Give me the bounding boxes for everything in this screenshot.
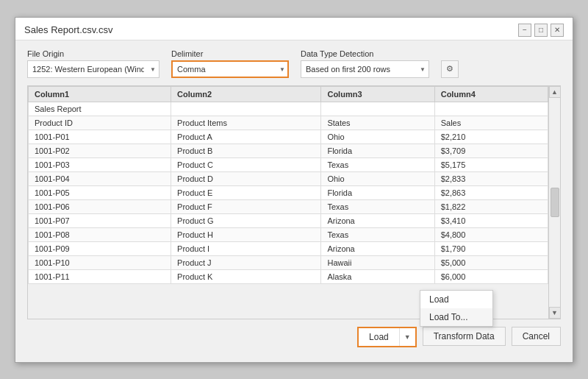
cell-r8-c2: Arizona bbox=[321, 213, 434, 227]
cell-r6-c3: $2,863 bbox=[434, 185, 548, 199]
table-row: 1001-P09Product IArizona$1,790 bbox=[29, 241, 548, 255]
table-body: Sales ReportProduct IDProduct ItemsState… bbox=[29, 102, 548, 283]
cell-r9-c1: Product H bbox=[171, 227, 321, 241]
delimiter-select[interactable]: Comma bbox=[171, 60, 289, 78]
cell-r2-c2: Ohio bbox=[321, 130, 434, 144]
content-area: File Origin 1252: Western European (Wind… bbox=[15, 40, 573, 362]
cell-r11-c3: $5,000 bbox=[434, 255, 548, 269]
cell-r10-c3: $1,790 bbox=[434, 241, 548, 255]
cell-r1-c0: Product ID bbox=[29, 116, 171, 130]
table-header: Column1 Column2 Column3 Column4 bbox=[29, 86, 548, 102]
vertical-scrollbar[interactable]: ▲ ▼ bbox=[548, 86, 560, 319]
cell-r11-c1: Product J bbox=[171, 255, 321, 269]
cell-r12-c3: $6,000 bbox=[434, 269, 548, 283]
file-origin-select[interactable]: 1252: Western European (Windows) bbox=[27, 60, 159, 78]
cell-r3-c0: 1001-P02 bbox=[29, 144, 171, 157]
dropdown-load-item[interactable]: Load bbox=[420, 291, 492, 308]
data-type-select[interactable]: Based on first 200 rows bbox=[301, 60, 429, 78]
cell-r7-c2: Texas bbox=[321, 199, 434, 213]
header-row: Column1 Column2 Column3 Column4 bbox=[29, 86, 548, 102]
table-row: 1001-P07Product GArizona$3,410 bbox=[29, 213, 548, 227]
cell-r10-c1: Product I bbox=[171, 241, 321, 255]
cell-r6-c1: Product E bbox=[171, 185, 321, 199]
load-button[interactable]: Load bbox=[359, 328, 400, 346]
cell-r8-c3: $3,410 bbox=[434, 213, 548, 227]
load-dropdown-menu: Load Load To... bbox=[420, 290, 493, 327]
load-dropdown-arrow[interactable]: ▼ bbox=[400, 328, 415, 346]
cell-r7-c3: $1,822 bbox=[434, 199, 548, 213]
file-origin-label: File Origin bbox=[27, 49, 159, 58]
file-origin-group: File Origin 1252: Western European (Wind… bbox=[27, 49, 159, 78]
cell-r6-c0: 1001-P05 bbox=[29, 185, 171, 199]
cell-r2-c3: $2,210 bbox=[434, 130, 548, 144]
scroll-down-button[interactable]: ▼ bbox=[549, 307, 561, 319]
cell-r12-c1: Product K bbox=[171, 269, 321, 283]
cell-r7-c0: 1001-P06 bbox=[29, 199, 171, 213]
data-table-container: Column1 Column2 Column3 Column4 Sales Re… bbox=[27, 85, 561, 319]
table-row: 1001-P06Product FTexas$1,822 bbox=[29, 199, 548, 213]
col-header-2: Column2 bbox=[171, 86, 321, 102]
delimiter-wrapper: Comma bbox=[171, 60, 289, 78]
footer-row: Load ▼ Transform Data Cancel Load Load T… bbox=[27, 327, 561, 353]
minimize-button[interactable]: − bbox=[518, 24, 531, 37]
table-row: Sales Report bbox=[29, 102, 548, 116]
delimiter-label: Delimiter bbox=[171, 49, 289, 58]
dropdown-load-to-item[interactable]: Load To... bbox=[420, 308, 492, 326]
cell-r4-c3: $5,175 bbox=[434, 157, 548, 171]
cell-r8-c0: 1001-P07 bbox=[29, 213, 171, 227]
cell-r12-c0: 1001-P11 bbox=[29, 269, 171, 283]
col-header-3: Column3 bbox=[321, 86, 434, 102]
table-row: 1001-P05Product EFlorida$2,863 bbox=[29, 185, 548, 199]
cell-r7-c1: Product F bbox=[171, 199, 321, 213]
cell-r10-c0: 1001-P09 bbox=[29, 241, 171, 255]
cell-r9-c0: 1001-P08 bbox=[29, 227, 171, 241]
controls-row: File Origin 1252: Western European (Wind… bbox=[27, 49, 561, 78]
delimiter-group: Delimiter Comma bbox=[171, 49, 289, 78]
cell-r9-c2: Texas bbox=[321, 227, 434, 241]
table-row: 1001-P02Product BFlorida$3,709 bbox=[29, 144, 548, 157]
data-type-group: Data Type Detection Based on first 200 r… bbox=[301, 49, 429, 78]
cell-r12-c2: Alaska bbox=[321, 269, 434, 283]
table-row: 1001-P08Product HTexas$4,800 bbox=[29, 227, 548, 241]
settings-icon-button[interactable]: ⚙ bbox=[441, 60, 459, 78]
cell-r5-c0: 1001-P04 bbox=[29, 171, 171, 185]
file-origin-wrapper: 1252: Western European (Windows) bbox=[27, 60, 159, 78]
main-window: Sales Report.csv.csv − □ ✕ File Origin 1… bbox=[15, 17, 573, 363]
table-row: 1001-P01Product AOhio$2,210 bbox=[29, 130, 548, 144]
col-header-4: Column4 bbox=[434, 86, 548, 102]
cancel-button[interactable]: Cancel bbox=[512, 327, 561, 346]
cell-r9-c3: $4,800 bbox=[434, 227, 548, 241]
scroll-thumb[interactable] bbox=[551, 188, 559, 217]
cell-r6-c2: Florida bbox=[321, 185, 434, 199]
transform-data-button[interactable]: Transform Data bbox=[423, 327, 506, 346]
cell-r3-c3: $3,709 bbox=[434, 144, 548, 157]
cell-r4-c0: 1001-P03 bbox=[29, 157, 171, 171]
scroll-up-button[interactable]: ▲ bbox=[549, 86, 561, 98]
cell-r0-c1 bbox=[171, 102, 321, 116]
table-row: 1001-P03Product CTexas$5,175 bbox=[29, 157, 548, 171]
cell-r1-c3: Sales bbox=[434, 116, 548, 130]
cell-r4-c1: Product C bbox=[171, 157, 321, 171]
cell-r3-c1: Product B bbox=[171, 144, 321, 157]
data-type-wrapper: Based on first 200 rows bbox=[301, 60, 429, 78]
cell-r10-c2: Arizona bbox=[321, 241, 434, 255]
maximize-button[interactable]: □ bbox=[534, 24, 548, 37]
cell-r2-c1: Product A bbox=[171, 130, 321, 144]
table-scroll-area[interactable]: Column1 Column2 Column3 Column4 Sales Re… bbox=[28, 86, 548, 319]
cell-r8-c1: Product G bbox=[171, 213, 321, 227]
cell-r5-c1: Product D bbox=[171, 171, 321, 185]
cell-r1-c1: Product Items bbox=[171, 116, 321, 130]
settings-icon: ⚙ bbox=[446, 64, 453, 74]
cell-r1-c2: States bbox=[321, 116, 434, 130]
load-button-group: Load ▼ bbox=[357, 327, 417, 347]
table-row: Product IDProduct ItemsStatesSales bbox=[29, 116, 548, 130]
table-row: 1001-P04Product DOhio$2,833 bbox=[29, 171, 548, 185]
window-controls: − □ ✕ bbox=[518, 24, 564, 37]
close-button[interactable]: ✕ bbox=[551, 24, 564, 37]
cell-r11-c0: 1001-P10 bbox=[29, 255, 171, 269]
table-row: 1001-P10Product JHawaii$5,000 bbox=[29, 255, 548, 269]
cell-r5-c2: Ohio bbox=[321, 171, 434, 185]
cell-r11-c2: Hawaii bbox=[321, 255, 434, 269]
col-header-1: Column1 bbox=[29, 86, 171, 102]
data-table: Column1 Column2 Column3 Column4 Sales Re… bbox=[28, 86, 548, 284]
